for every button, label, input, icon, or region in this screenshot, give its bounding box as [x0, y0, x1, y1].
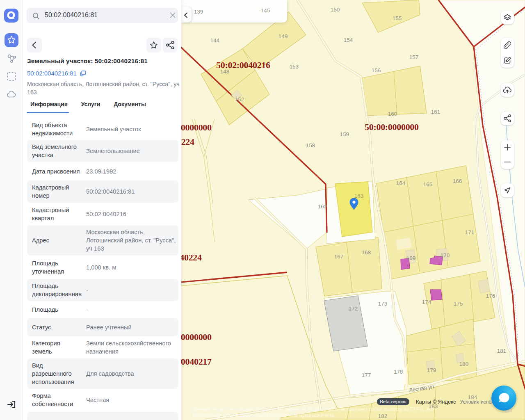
svg-text:149: 149 — [278, 33, 288, 39]
svg-text:177: 177 — [362, 372, 371, 378]
svg-text:159: 159 — [340, 131, 349, 137]
svg-text:171: 171 — [465, 229, 475, 235]
svg-text:139: 139 — [194, 9, 203, 15]
svg-text:181: 181 — [497, 348, 507, 354]
svg-text:50:00:0000000: 50:00:0000000 — [181, 332, 212, 342]
svg-text:145: 145 — [261, 7, 270, 14]
svg-text:150: 150 — [331, 7, 340, 13]
svg-text:155: 155 — [393, 15, 402, 21]
svg-text:162: 162 — [318, 203, 327, 210]
svg-text:152: 152 — [235, 96, 244, 103]
svg-text:180: 180 — [459, 361, 469, 367]
svg-text:163: 163 — [354, 193, 364, 199]
svg-text:50:02:0040224: 50:02:0040224 — [181, 137, 194, 147]
svg-text:172: 172 — [349, 306, 358, 312]
svg-text:50:02:0040216: 50:02:0040216 — [216, 60, 270, 70]
svg-text:158: 158 — [306, 142, 315, 148]
svg-text:156: 156 — [372, 67, 381, 73]
svg-text:179: 179 — [427, 367, 436, 373]
svg-text:166: 166 — [453, 178, 462, 184]
svg-text:176: 176 — [486, 293, 495, 299]
svg-text:173: 173 — [378, 301, 388, 307]
svg-text:50:00:0000000: 50:00:0000000 — [181, 122, 212, 132]
svg-text:178: 178 — [394, 369, 403, 375]
svg-text:160: 160 — [388, 111, 397, 117]
svg-text:144: 144 — [210, 37, 220, 43]
svg-text:153: 153 — [290, 64, 299, 70]
svg-text:175: 175 — [454, 301, 463, 307]
svg-text:168: 168 — [362, 249, 371, 256]
svg-text:170: 170 — [441, 252, 450, 258]
svg-text:154: 154 — [344, 37, 353, 43]
svg-text:169: 169 — [406, 255, 416, 261]
svg-text:50:02:0040217: 50:02:0040217 — [181, 356, 212, 367]
svg-text:164: 164 — [396, 180, 406, 186]
svg-text:157: 157 — [409, 54, 419, 60]
svg-text:50:02:0040224: 50:02:0040224 — [181, 252, 202, 262]
svg-text:165: 165 — [423, 181, 433, 187]
svg-text:174: 174 — [422, 299, 431, 305]
svg-text:167: 167 — [334, 253, 344, 260]
svg-text:161: 161 — [431, 109, 441, 115]
svg-text:50:00:0000000: 50:00:0000000 — [365, 122, 419, 132]
